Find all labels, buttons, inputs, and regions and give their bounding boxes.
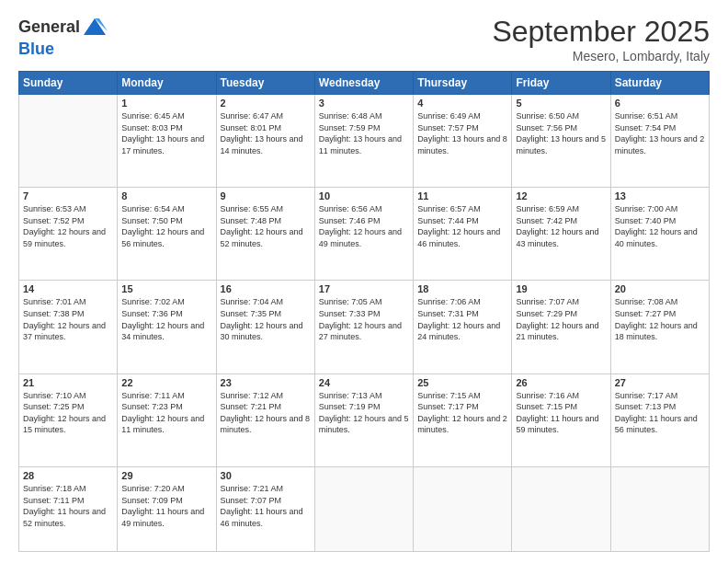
day-number: 15 [121, 283, 211, 294]
header: General Blue September 2025 Mesero, Lomb… [18, 15, 710, 63]
calendar-cell [19, 95, 118, 188]
day-info: Sunrise: 6:48 AMSunset: 7:59 PMDaylight:… [319, 110, 409, 156]
day-number: 22 [121, 377, 211, 388]
day-number: 28 [23, 470, 113, 481]
day-number: 8 [121, 190, 211, 201]
day-info: Sunrise: 7:11 AMSunset: 7:23 PMDaylight:… [121, 390, 211, 436]
day-number: 10 [319, 190, 409, 201]
calendar-cell [314, 466, 413, 551]
calendar-cell [414, 466, 512, 551]
day-number: 24 [319, 377, 409, 388]
calendar-cell: 26Sunrise: 7:16 AMSunset: 7:15 PMDayligh… [512, 373, 610, 466]
calendar-cell: 4Sunrise: 6:49 AMSunset: 7:57 PMDaylight… [414, 95, 512, 188]
calendar-cell [610, 466, 709, 551]
calendar-cell: 17Sunrise: 7:05 AMSunset: 7:33 PMDayligh… [314, 281, 413, 373]
day-number: 7 [23, 190, 113, 201]
day-info: Sunrise: 6:55 AMSunset: 7:48 PMDaylight:… [221, 203, 311, 249]
calendar-cell: 27Sunrise: 7:17 AMSunset: 7:13 PMDayligh… [610, 373, 709, 466]
day-info: Sunrise: 6:53 AMSunset: 7:52 PMDaylight:… [23, 203, 113, 249]
calendar-cell: 24Sunrise: 7:13 AMSunset: 7:19 PMDayligh… [314, 373, 413, 466]
day-info: Sunrise: 6:54 AMSunset: 7:50 PMDaylight:… [121, 203, 211, 249]
title-section: September 2025 Mesero, Lombardy, Italy [492, 15, 710, 63]
day-info: Sunrise: 7:06 AMSunset: 7:31 PMDaylight:… [417, 296, 507, 342]
calendar-cell: 15Sunrise: 7:02 AMSunset: 7:36 PMDayligh… [118, 281, 216, 373]
day-number: 23 [221, 377, 311, 388]
day-number: 26 [516, 377, 606, 388]
calendar-cell: 25Sunrise: 7:15 AMSunset: 7:17 PMDayligh… [414, 373, 512, 466]
calendar-cell: 8Sunrise: 6:54 AMSunset: 7:50 PMDaylight… [118, 188, 216, 281]
calendar-week-row: 14Sunrise: 7:01 AMSunset: 7:38 PMDayligh… [19, 281, 710, 373]
calendar-cell: 12Sunrise: 6:59 AMSunset: 7:42 PMDayligh… [512, 188, 610, 281]
day-number: 30 [221, 470, 311, 481]
calendar-cell: 2Sunrise: 6:47 AMSunset: 8:01 PMDaylight… [216, 95, 314, 188]
calendar-week-row: 21Sunrise: 7:10 AMSunset: 7:25 PMDayligh… [19, 373, 710, 466]
calendar-cell: 10Sunrise: 6:56 AMSunset: 7:46 PMDayligh… [314, 188, 413, 281]
calendar-cell: 22Sunrise: 7:11 AMSunset: 7:23 PMDayligh… [118, 373, 216, 466]
day-info: Sunrise: 6:45 AMSunset: 8:03 PMDaylight:… [121, 110, 211, 156]
logo-icon [82, 15, 108, 40]
svg-marker-0 [84, 18, 106, 35]
calendar-cell: 3Sunrise: 6:48 AMSunset: 7:59 PMDaylight… [314, 95, 413, 188]
day-info: Sunrise: 7:04 AMSunset: 7:35 PMDaylight:… [221, 296, 311, 342]
day-info: Sunrise: 6:59 AMSunset: 7:42 PMDaylight:… [516, 203, 606, 249]
calendar-cell: 18Sunrise: 7:06 AMSunset: 7:31 PMDayligh… [414, 281, 512, 373]
day-number: 9 [221, 190, 311, 201]
day-number: 20 [615, 283, 705, 294]
day-info: Sunrise: 6:51 AMSunset: 7:54 PMDaylight:… [615, 110, 705, 156]
day-number: 16 [221, 283, 311, 294]
day-info: Sunrise: 6:57 AMSunset: 7:44 PMDaylight:… [417, 203, 507, 249]
calendar-cell: 13Sunrise: 7:00 AMSunset: 7:40 PMDayligh… [610, 188, 709, 281]
day-info: Sunrise: 7:02 AMSunset: 7:36 PMDaylight:… [121, 296, 211, 342]
calendar-header-monday: Monday [118, 72, 216, 95]
day-number: 27 [615, 377, 705, 388]
day-info: Sunrise: 7:16 AMSunset: 7:15 PMDaylight:… [516, 390, 606, 436]
logo: General Blue [18, 15, 108, 59]
calendar-cell: 7Sunrise: 6:53 AMSunset: 7:52 PMDaylight… [19, 188, 118, 281]
day-info: Sunrise: 7:17 AMSunset: 7:13 PMDaylight:… [615, 390, 705, 436]
calendar-cell: 23Sunrise: 7:12 AMSunset: 7:21 PMDayligh… [216, 373, 314, 466]
calendar-cell: 28Sunrise: 7:18 AMSunset: 7:11 PMDayligh… [19, 466, 118, 551]
logo-general: General [18, 18, 80, 37]
calendar-cell: 6Sunrise: 6:51 AMSunset: 7:54 PMDaylight… [610, 95, 709, 188]
day-info: Sunrise: 7:08 AMSunset: 7:27 PMDaylight:… [615, 296, 705, 342]
day-number: 3 [319, 98, 409, 109]
calendar-header-friday: Friday [512, 72, 610, 95]
calendar-week-row: 7Sunrise: 6:53 AMSunset: 7:52 PMDaylight… [19, 188, 710, 281]
day-info: Sunrise: 7:01 AMSunset: 7:38 PMDaylight:… [23, 296, 113, 342]
month-title: September 2025 [492, 15, 710, 49]
logo-blue: Blue [18, 40, 54, 58]
calendar-cell: 30Sunrise: 7:21 AMSunset: 7:07 PMDayligh… [216, 466, 314, 551]
day-number: 18 [417, 283, 507, 294]
day-info: Sunrise: 7:21 AMSunset: 7:07 PMDaylight:… [221, 483, 311, 529]
day-number: 25 [417, 377, 507, 388]
calendar-header-wednesday: Wednesday [314, 72, 413, 95]
day-info: Sunrise: 7:15 AMSunset: 7:17 PMDaylight:… [417, 390, 507, 436]
calendar-cell: 21Sunrise: 7:10 AMSunset: 7:25 PMDayligh… [19, 373, 118, 466]
day-number: 29 [121, 470, 211, 481]
day-info: Sunrise: 7:00 AMSunset: 7:40 PMDaylight:… [615, 203, 705, 249]
day-info: Sunrise: 7:07 AMSunset: 7:29 PMDaylight:… [516, 296, 606, 342]
calendar-cell: 19Sunrise: 7:07 AMSunset: 7:29 PMDayligh… [512, 281, 610, 373]
day-number: 1 [121, 98, 211, 109]
day-number: 19 [516, 283, 606, 294]
day-info: Sunrise: 6:56 AMSunset: 7:46 PMDaylight:… [319, 203, 409, 249]
day-info: Sunrise: 6:50 AMSunset: 7:56 PMDaylight:… [516, 110, 606, 156]
day-number: 11 [417, 190, 507, 201]
calendar-cell: 20Sunrise: 7:08 AMSunset: 7:27 PMDayligh… [610, 281, 709, 373]
day-number: 21 [23, 377, 113, 388]
calendar-table: SundayMondayTuesdayWednesdayThursdayFrid… [18, 71, 710, 552]
calendar-cell: 16Sunrise: 7:04 AMSunset: 7:35 PMDayligh… [216, 281, 314, 373]
calendar-header-thursday: Thursday [414, 72, 512, 95]
calendar-cell: 11Sunrise: 6:57 AMSunset: 7:44 PMDayligh… [414, 188, 512, 281]
day-info: Sunrise: 7:05 AMSunset: 7:33 PMDaylight:… [319, 296, 409, 342]
day-number: 12 [516, 190, 606, 201]
calendar-cell: 1Sunrise: 6:45 AMSunset: 8:03 PMDaylight… [118, 95, 216, 188]
day-number: 5 [516, 98, 606, 109]
day-info: Sunrise: 6:49 AMSunset: 7:57 PMDaylight:… [417, 110, 507, 156]
page: General Blue September 2025 Mesero, Lomb… [0, 0, 728, 563]
day-number: 14 [23, 283, 113, 294]
day-info: Sunrise: 7:18 AMSunset: 7:11 PMDaylight:… [23, 483, 113, 529]
day-number: 6 [615, 98, 705, 109]
calendar-header-saturday: Saturday [610, 72, 709, 95]
calendar-header-sunday: Sunday [19, 72, 118, 95]
